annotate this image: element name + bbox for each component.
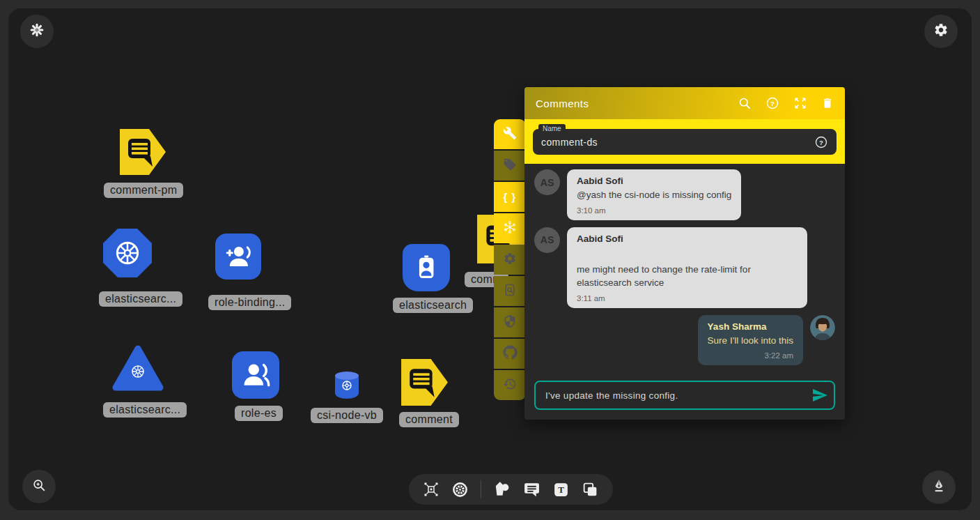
role-icon bbox=[232, 351, 279, 399]
comment-composer bbox=[534, 381, 835, 410]
message-time: 3:10 am bbox=[577, 206, 731, 215]
message-time: 3:22 am bbox=[708, 351, 793, 360]
expand-icon[interactable] bbox=[793, 96, 807, 110]
avatar-initials: AS bbox=[534, 169, 560, 195]
trash-icon[interactable] bbox=[821, 97, 834, 109]
toolbar-doc-search-button[interactable] bbox=[494, 276, 526, 306]
app-logo-button[interactable] bbox=[20, 15, 54, 48]
avatar-photo bbox=[810, 315, 835, 340]
message-text: Sure I'll look into this bbox=[708, 334, 793, 348]
tag-icon bbox=[503, 158, 517, 174]
message-gap bbox=[577, 246, 798, 263]
comments-panel-header[interactable]: Comments ? bbox=[524, 87, 845, 119]
storage-cylinder-icon bbox=[335, 372, 359, 399]
flower-icon bbox=[29, 22, 45, 40]
node-comment-pm[interactable]: comment-pm bbox=[118, 127, 168, 180]
search-icon[interactable] bbox=[738, 96, 752, 110]
node-label: comment-pm bbox=[104, 183, 183, 198]
kubernetes-icon[interactable] bbox=[451, 481, 469, 498]
message-text: me might need to change the rate-limit f… bbox=[577, 263, 798, 290]
send-icon[interactable] bbox=[811, 387, 828, 404]
message-author: Aabid Sofi bbox=[577, 176, 731, 186]
circuit-icon[interactable] bbox=[423, 481, 440, 498]
pen-tool-button[interactable] bbox=[922, 471, 956, 504]
node-label: role-binding... bbox=[208, 295, 291, 310]
help-glyph: ? bbox=[770, 100, 775, 107]
hub-icon bbox=[502, 220, 518, 238]
toolbar-gear-button[interactable] bbox=[494, 245, 526, 275]
node-label: elasticsearc... bbox=[99, 291, 182, 307]
comment-node-icon bbox=[399, 357, 450, 408]
history-icon bbox=[503, 377, 517, 394]
design-canvas[interactable]: comment-pm elasticsearc... role-binding.… bbox=[8, 8, 972, 510]
comments-panel: Comments ? Name ? AS Aabid Sofi @yash th… bbox=[524, 87, 845, 420]
github-icon bbox=[503, 345, 518, 362]
node-label: elasticsearch bbox=[393, 298, 473, 313]
kubernetes-octagon-icon bbox=[103, 229, 152, 277]
zoom-button[interactable] bbox=[22, 470, 56, 503]
message-bubble: Aabid Sofi me might need to change the r… bbox=[567, 227, 807, 308]
comment-node-icon bbox=[118, 127, 168, 177]
wrench-icon bbox=[503, 126, 517, 143]
name-field-strip: Name ? bbox=[524, 119, 845, 164]
gear-icon bbox=[503, 252, 517, 268]
pen-nib-icon bbox=[931, 478, 947, 496]
text-tool-icon[interactable]: T bbox=[552, 481, 570, 498]
message-bubble: Aabid Sofi @yash the csi-node is missing… bbox=[567, 169, 741, 220]
bottom-dock: T bbox=[409, 474, 613, 505]
toolbar-hub-button[interactable] bbox=[494, 213, 526, 243]
field-help-icon[interactable]: ? bbox=[814, 135, 828, 149]
kubernetes-triangle-icon bbox=[111, 342, 164, 395]
help-glyph: ? bbox=[819, 138, 823, 146]
service-account-icon bbox=[403, 244, 450, 291]
node-role-es[interactable]: role-es bbox=[232, 351, 279, 399]
toolbar-shield-button[interactable] bbox=[494, 307, 526, 337]
message-row: Yash Sharma Sure I'll look into this 3:2… bbox=[534, 315, 835, 366]
gear-icon bbox=[933, 22, 949, 40]
dock-divider bbox=[481, 480, 481, 498]
comments-thread[interactable]: AS Aabid Sofi @yash the csi-node is miss… bbox=[524, 164, 845, 420]
node-label: elasticsearc... bbox=[103, 402, 187, 418]
settings-button[interactable] bbox=[924, 15, 958, 48]
node-label: role-es bbox=[235, 406, 283, 421]
shield-icon bbox=[503, 314, 517, 331]
toolbar-wrench-button[interactable] bbox=[494, 119, 526, 149]
node-label: comment bbox=[399, 412, 459, 427]
name-field[interactable]: Name ? bbox=[533, 129, 837, 155]
node-elasticsearch-triangle[interactable]: elasticsearc... bbox=[111, 342, 164, 398]
panel-title: Comments bbox=[536, 98, 724, 109]
comment-input[interactable] bbox=[534, 381, 835, 410]
node-elasticsearch-sa[interactable]: elasticsearch bbox=[403, 244, 450, 291]
node-role-binding[interactable]: role-binding... bbox=[215, 234, 261, 280]
node-csi-node-vb[interactable]: csi-node-vb bbox=[335, 372, 359, 399]
window-frame: comment-pm elasticsearc... role-binding.… bbox=[0, 0, 980, 520]
help-icon[interactable]: ? bbox=[765, 96, 779, 110]
zoom-in-icon bbox=[31, 477, 47, 496]
name-field-label: Name bbox=[538, 124, 566, 133]
text-tool-glyph: T bbox=[558, 484, 564, 495]
braces-icon: { } bbox=[504, 191, 517, 203]
message-author: Aabid Sofi bbox=[577, 234, 798, 244]
toolbar-github-button[interactable] bbox=[494, 339, 526, 369]
image-tool-icon[interactable] bbox=[582, 481, 599, 498]
doc-search-icon bbox=[503, 283, 517, 300]
element-toolbar: { } bbox=[494, 119, 526, 400]
avatar-initials: AS bbox=[534, 227, 560, 253]
node-label: csi-node-vb bbox=[311, 408, 383, 423]
role-binding-icon bbox=[215, 234, 261, 280]
node-comment[interactable]: comment bbox=[399, 357, 450, 411]
toolbar-braces-button[interactable]: { } bbox=[494, 182, 526, 212]
message-author: Yash Sharma bbox=[708, 321, 793, 332]
message-time: 3:11 am bbox=[577, 294, 798, 303]
comment-tool-icon[interactable] bbox=[523, 481, 540, 498]
toolbar-tag-button[interactable] bbox=[494, 151, 526, 181]
message-row: AS Aabid Sofi me might need to change th… bbox=[534, 227, 835, 308]
node-elasticsearch-octagon[interactable]: elasticsearc... bbox=[103, 229, 152, 277]
toolbar-history-button[interactable] bbox=[494, 370, 526, 400]
message-row: AS Aabid Sofi @yash the csi-node is miss… bbox=[534, 169, 835, 220]
name-input[interactable] bbox=[541, 137, 814, 148]
message-text: @yash the csi-node is missing config bbox=[577, 188, 731, 202]
shapes-icon[interactable] bbox=[493, 480, 511, 498]
message-bubble: Yash Sharma Sure I'll look into this 3:2… bbox=[698, 315, 803, 366]
